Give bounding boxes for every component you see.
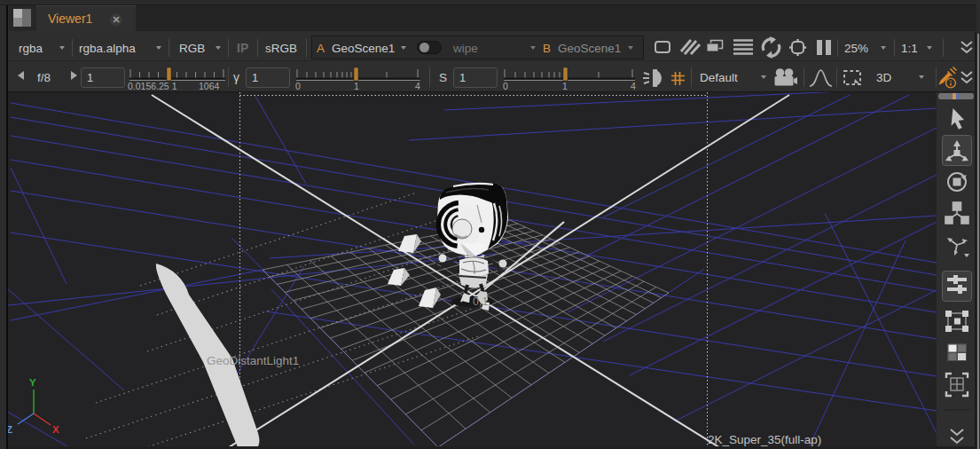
- svg-text:0,1: 0,1: [473, 295, 488, 308]
- svg-text:X: X: [52, 424, 59, 435]
- svg-text:0.0156.25 1: 0.0156.25 1: [128, 81, 177, 91]
- svg-text:2K_Super_35(full-ap): 2K_Super_35(full-ap): [708, 433, 821, 446]
- svg-text:1064: 1064: [199, 81, 220, 91]
- svg-text:GeoDistantLight1: GeoDistantLight1: [207, 354, 299, 367]
- svg-text:0: 0: [503, 81, 508, 91]
- svg-text:1: 1: [562, 81, 568, 91]
- svg-text:1: 1: [354, 81, 359, 91]
- svg-text:0: 0: [295, 81, 301, 91]
- svg-text:Y: Y: [29, 377, 36, 388]
- svg-text:4: 4: [631, 81, 636, 91]
- svg-text:4: 4: [415, 81, 420, 91]
- svg-text:Z: Z: [8, 424, 12, 435]
